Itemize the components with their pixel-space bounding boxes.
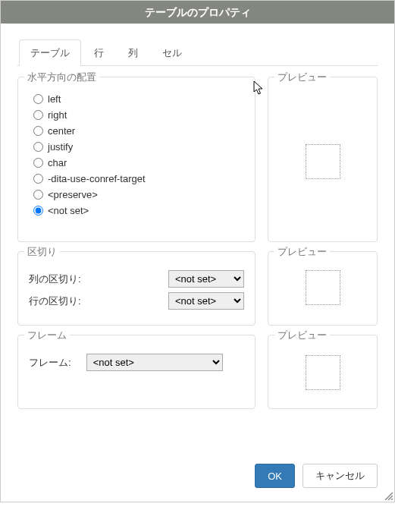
button-bar: OK キャンセル	[1, 429, 394, 502]
tab-bar: テーブル 行 列 セル	[17, 39, 378, 66]
label-col-separator: 列の区切り:	[29, 272, 81, 286]
label-frame: フレーム:	[29, 356, 71, 370]
tab-column[interactable]: 列	[117, 39, 149, 66]
radio-preserve-label: <preserve>	[48, 189, 98, 200]
radio-center-label: center	[48, 125, 75, 137]
radio-right-label: right	[48, 109, 67, 121]
select-row-separator[interactable]: <not set>	[168, 292, 244, 310]
radio-not-set-label: <not set>	[48, 205, 89, 216]
radio-dita-conref-input[interactable]	[33, 174, 43, 184]
panel-preview-sep: プレビュー	[268, 251, 378, 326]
panel-horizontal-align: 水平方向の配置 left right center	[17, 77, 255, 242]
legend-preview-frame: プレビュー	[274, 329, 330, 342]
radio-char-label: char	[48, 157, 67, 168]
radio-preserve[interactable]: <preserve>	[33, 187, 244, 203]
tab-table[interactable]: テーブル	[19, 39, 81, 66]
tab-content: 水平方向の配置 left right center	[17, 66, 378, 409]
panel-preview-align: プレビュー	[268, 77, 378, 242]
dialog-body: テーブル 行 列 セル 水平方向の配置 left right	[1, 24, 394, 429]
radio-char-input[interactable]	[33, 158, 43, 168]
panel-preview-frame: プレビュー	[268, 335, 378, 409]
radio-dita-conref[interactable]: -dita-use-conref-target	[33, 171, 244, 187]
radio-right[interactable]: right	[33, 107, 244, 123]
cancel-button[interactable]: キャンセル	[303, 464, 378, 488]
legend-separators: 区切り	[24, 245, 60, 259]
ok-button[interactable]: OK	[255, 464, 295, 488]
preview-box-align	[306, 144, 340, 179]
radio-char[interactable]: char	[33, 155, 244, 171]
radio-justify-label: justify	[48, 141, 73, 153]
radio-not-set[interactable]: <not set>	[33, 203, 244, 219]
legend-preview-sep: プレビュー	[274, 245, 330, 259]
dialog-title: テーブルのプロパティ	[1, 1, 394, 24]
radio-center-input[interactable]	[33, 126, 43, 136]
tab-row[interactable]: 行	[83, 39, 115, 66]
radio-right-input[interactable]	[33, 110, 43, 120]
panel-frame: フレーム フレーム: <not set>	[17, 335, 255, 409]
preview-box-sep	[306, 270, 340, 305]
select-col-separator[interactable]: <not set>	[168, 270, 244, 288]
radio-dita-conref-label: -dita-use-conref-target	[48, 173, 146, 184]
radio-left[interactable]: left	[33, 91, 244, 107]
radio-center[interactable]: center	[33, 123, 244, 139]
tab-cell[interactable]: セル	[151, 39, 193, 66]
radio-left-label: left	[48, 93, 61, 105]
radio-justify-input[interactable]	[33, 142, 43, 152]
radio-preserve-input[interactable]	[33, 190, 43, 200]
svg-line-2	[391, 499, 393, 500]
select-frame[interactable]: <not set>	[86, 354, 223, 371]
radio-left-input[interactable]	[33, 94, 43, 104]
preview-box-frame	[306, 355, 340, 390]
radio-not-set-input[interactable]	[33, 206, 43, 216]
radio-justify[interactable]: justify	[33, 139, 244, 155]
dialog: テーブルのプロパティ テーブル 行 列 セル 水平方向の配置 left ri	[0, 0, 395, 502]
legend-frame: フレーム	[24, 329, 70, 342]
panel-separators: 区切り 列の区切り: <not set> 行の区切り: <not set>	[17, 251, 255, 326]
resize-grip-icon[interactable]	[384, 491, 393, 500]
legend-align: 水平方向の配置	[24, 71, 99, 84]
label-row-separator: 行の区切り:	[29, 294, 81, 308]
legend-preview-align: プレビュー	[274, 71, 330, 84]
